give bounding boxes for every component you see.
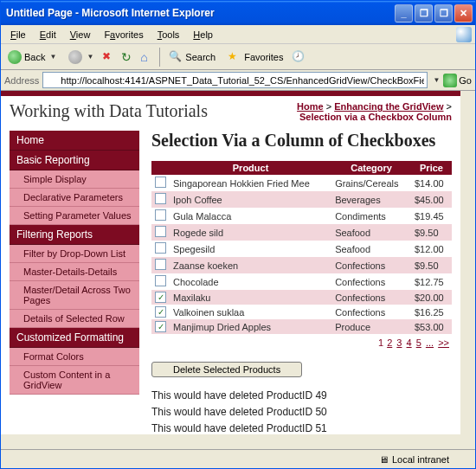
- zone-label: Local intranet: [392, 454, 449, 465]
- refresh-icon[interactable]: [121, 50, 135, 64]
- pager-next[interactable]: >>: [438, 337, 449, 348]
- cell-category: Produce: [331, 319, 411, 334]
- cell-product: Rogede sild: [170, 224, 331, 241]
- row-checkbox[interactable]: ✓: [155, 292, 166, 303]
- sidebar-item[interactable]: Customized Formatting: [10, 328, 139, 348]
- table-row: Chocolade Confections $12.75: [151, 273, 452, 290]
- cell-product: Chocolade: [170, 273, 331, 290]
- chevron-down-icon: ▼: [49, 53, 56, 61]
- cell-price: $14.00: [411, 175, 452, 191]
- forward-button[interactable]: ▼: [65, 48, 97, 66]
- window-title: Untitled Page - Microsoft Internet Explo…: [6, 7, 395, 19]
- menu-view[interactable]: View: [64, 28, 97, 42]
- menu-edit[interactable]: Edit: [34, 28, 62, 42]
- cell-price: $53.00: [411, 319, 452, 334]
- sidebar-item[interactable]: Custom Content in a GridView: [10, 366, 139, 395]
- sidebar-item[interactable]: Format Colors: [10, 348, 139, 366]
- star-icon: [228, 50, 241, 64]
- cell-price: $12.75: [411, 273, 452, 290]
- menu-help[interactable]: Help: [187, 28, 219, 42]
- stop-icon[interactable]: [102, 50, 116, 64]
- cell-category: Seafood: [331, 224, 411, 241]
- sidebar-item[interactable]: Details of Selected Row: [10, 310, 139, 328]
- go-icon: [443, 74, 457, 87]
- row-checkbox[interactable]: ✓: [155, 306, 166, 318]
- minimize-button[interactable]: _: [395, 4, 413, 22]
- message-line: This would have deleted ProductID 50: [151, 404, 452, 421]
- back-button[interactable]: Back▼: [4, 48, 60, 66]
- restore-button[interactable]: ❐: [415, 4, 433, 22]
- table-row: ✓ Manjimup Dried Apples Produce $53.00: [151, 319, 452, 334]
- menu-file[interactable]: File: [4, 28, 32, 42]
- row-checkbox[interactable]: ✓: [155, 321, 166, 332]
- table-row: Spegesild Seafood $12.00: [151, 241, 452, 257]
- delete-selected-button[interactable]: Delete Selected Products: [151, 362, 302, 377]
- cell-product: Valkoinen suklaa: [170, 305, 331, 319]
- pager-link[interactable]: 5: [416, 337, 421, 348]
- sidebar-item[interactable]: Basic Reporting: [10, 151, 139, 170]
- sidebar-item[interactable]: Home: [10, 131, 139, 151]
- sidebar-item[interactable]: Declarative Parameters: [10, 189, 139, 207]
- cell-product: Ipoh Coffee: [170, 191, 331, 208]
- row-checkbox[interactable]: [155, 242, 166, 254]
- row-checkbox[interactable]: [155, 226, 166, 237]
- address-input[interactable]: [42, 72, 428, 88]
- favorites-label: Favorites: [244, 52, 283, 62]
- separator: [159, 48, 160, 67]
- row-checkbox[interactable]: [155, 259, 166, 270]
- pager-more[interactable]: ...: [426, 337, 434, 348]
- breadcrumb: Home > Enhancing the GridView > Selectio…: [297, 101, 452, 122]
- menu-tools[interactable]: Tools: [151, 28, 186, 42]
- cell-category: Confections: [331, 290, 411, 305]
- sidebar-item[interactable]: Filter by Drop-Down List: [10, 245, 139, 263]
- pager-link[interactable]: 2: [387, 337, 392, 348]
- chevron-down-icon: ▼: [87, 53, 93, 61]
- maximize-button[interactable]: ❐: [434, 4, 453, 22]
- cell-category: Seafood: [331, 241, 411, 257]
- zone-icon: [379, 454, 389, 465]
- statusbar: Local intranet: [1, 449, 475, 468]
- sidebar-item[interactable]: Setting Parameter Values: [10, 207, 139, 225]
- chevron-down-icon[interactable]: ▼: [433, 76, 440, 84]
- cell-price: $9.50: [411, 257, 452, 273]
- cell-product: Spegesild: [170, 241, 331, 257]
- sidebar: HomeBasic ReportingSimple DisplayDeclara…: [10, 131, 139, 438]
- home-icon[interactable]: [140, 50, 154, 64]
- pager-link[interactable]: 3: [396, 337, 402, 348]
- sidebar-item[interactable]: Master/Detail Across Two Pages: [10, 281, 139, 310]
- row-checkbox[interactable]: [155, 177, 166, 188]
- row-checkbox[interactable]: [155, 275, 166, 286]
- cell-product: Gula Malacca: [170, 208, 331, 224]
- menu-favorites[interactable]: Favorites: [98, 28, 149, 42]
- site-title: Working with Data Tutorials: [10, 101, 208, 121]
- crumb-home[interactable]: Home: [297, 101, 324, 112]
- favorites-button[interactable]: Favorites: [224, 48, 286, 66]
- main-content: Selection Via a Column of Checkboxes Pro…: [151, 131, 452, 438]
- cell-category: Confections: [331, 257, 411, 273]
- messages: This would have deleted ProductID 49This…: [151, 388, 452, 438]
- cell-product: Zaanse koeken: [170, 257, 331, 273]
- table-row: Ipoh Coffee Beverages $45.00: [151, 191, 452, 208]
- pager-current: 1: [378, 337, 383, 348]
- crumb-section[interactable]: Enhancing the GridView: [334, 101, 443, 112]
- message-line: This would have deleted ProductID 51: [151, 421, 452, 437]
- cell-category: Beverages: [331, 191, 411, 208]
- go-button[interactable]: Go: [443, 74, 472, 87]
- search-button[interactable]: Search: [165, 48, 219, 66]
- row-checkbox[interactable]: [155, 209, 166, 221]
- pager-link[interactable]: 4: [407, 337, 412, 348]
- forward-icon: [68, 50, 82, 64]
- cell-price: $16.25: [411, 305, 452, 319]
- history-icon[interactable]: [292, 50, 306, 64]
- titlebar[interactable]: Untitled Page - Microsoft Internet Explo…: [1, 1, 475, 25]
- row-checkbox[interactable]: [155, 193, 166, 204]
- table-row: Rogede sild Seafood $9.50: [151, 224, 452, 241]
- sidebar-item[interactable]: Simple Display: [10, 170, 139, 189]
- col-product: Product: [170, 161, 331, 175]
- ie-logo-icon: [456, 27, 472, 42]
- close-button[interactable]: ✕: [454, 4, 473, 22]
- cell-category: Confections: [331, 273, 411, 290]
- sidebar-item[interactable]: Master-Details-Details: [10, 263, 139, 281]
- sidebar-item[interactable]: Filtering Reports: [10, 225, 139, 245]
- table-row: ✓ Valkoinen suklaa Confections $16.25: [151, 305, 452, 319]
